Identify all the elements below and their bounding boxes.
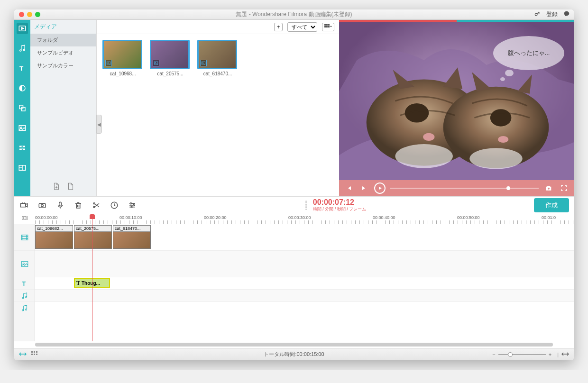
delete-icon[interactable] xyxy=(73,200,83,210)
sidebar-music-icon[interactable] xyxy=(17,43,28,54)
add-media-button[interactable]: + xyxy=(274,23,283,31)
zoom-in-button[interactable]: + xyxy=(549,352,551,357)
svg-rect-63 xyxy=(31,351,33,353)
audio-track-2[interactable] xyxy=(35,302,574,314)
svg-rect-65 xyxy=(36,351,37,353)
svg-point-36 xyxy=(548,188,550,190)
settings-icon[interactable] xyxy=(127,200,138,210)
speed-icon[interactable] xyxy=(109,200,119,210)
sidebar: T xyxy=(14,20,30,196)
media-thumb[interactable]: cat_20575... xyxy=(150,40,191,76)
svg-rect-64 xyxy=(34,351,35,353)
import-file-icon[interactable] xyxy=(52,182,61,192)
fullscreen-icon[interactable] xyxy=(559,183,569,193)
svg-marker-35 xyxy=(379,187,382,190)
grid-view-icon[interactable] xyxy=(31,351,38,358)
zoom-out-button[interactable]: − xyxy=(492,352,495,357)
snapshot-icon[interactable] xyxy=(543,183,554,193)
svg-point-0 xyxy=(535,13,537,16)
svg-text:T: T xyxy=(19,65,24,72)
sidebar-overlays-icon[interactable] xyxy=(17,102,28,114)
svg-rect-38 xyxy=(39,203,46,208)
svg-rect-18 xyxy=(326,26,328,27)
timeline-scrollbar[interactable] xyxy=(35,343,553,347)
svg-rect-51 xyxy=(21,235,28,240)
text-track-icon[interactable]: T xyxy=(14,277,35,290)
drag-handle-icon[interactable] xyxy=(305,201,310,210)
sidebar-media-icon[interactable] xyxy=(17,23,28,34)
time-ruler[interactable]: 00:00:00:0000:00:10:0000:00:20:0000:00:3… xyxy=(35,214,574,224)
next-button[interactable] xyxy=(359,183,369,193)
titlebar: 無題 - Wondershare Filmora 動画編集(未登録) 登録 xyxy=(14,9,574,20)
key-icon[interactable] xyxy=(534,10,541,18)
media-item-sample-video[interactable]: サンプルビデオ xyxy=(30,46,96,59)
svg-rect-40 xyxy=(59,202,62,206)
video-clip[interactable]: cat_20575... xyxy=(74,225,112,249)
image-badge-icon xyxy=(105,60,112,66)
media-item-folder[interactable]: フォルダ xyxy=(30,34,96,46)
timecode-sub: 時間 / 分間 / 秒間 / フレーム xyxy=(313,206,367,212)
view-mode-button[interactable] xyxy=(322,23,334,31)
video-track[interactable]: cat_109682...cat_20575...cat_618470... xyxy=(35,224,574,251)
export-button[interactable]: 作成 xyxy=(534,198,569,212)
ruler-tick: 00:00:40:00 xyxy=(373,215,395,220)
svg-point-49 xyxy=(131,206,132,208)
play-button[interactable] xyxy=(374,182,386,194)
clip-label: cat_109682... xyxy=(36,226,73,232)
total-time-label: トータル時間: xyxy=(264,351,296,357)
preview-panel: 腹へったにゃ... xyxy=(339,20,574,196)
video-clip[interactable]: cat_618470... xyxy=(113,225,151,249)
close-window-icon[interactable] xyxy=(19,12,24,17)
svg-rect-68 xyxy=(36,354,37,355)
import-folder-icon[interactable] xyxy=(66,182,75,192)
zoom-fit-icon[interactable] xyxy=(19,351,27,358)
media-tree: メディア フォルダ サンプルビデオ サンプルカラー xyxy=(30,20,97,196)
collapse-handle-icon[interactable]: ◀ xyxy=(96,115,102,134)
sidebar-splitscreen-icon[interactable] xyxy=(17,162,28,173)
audio-track-1[interactable] xyxy=(35,290,574,302)
svg-rect-37 xyxy=(21,203,26,207)
svg-point-41 xyxy=(93,203,95,204)
add-track-icon[interactable] xyxy=(21,215,28,223)
sidebar-text-icon[interactable]: T xyxy=(17,63,28,74)
filter-dropdown[interactable]: すべて xyxy=(287,22,317,32)
sidebar-transitions-icon[interactable] xyxy=(17,142,28,154)
overlay-track-icon[interactable] xyxy=(14,251,35,277)
minimize-window-icon[interactable] xyxy=(27,12,32,17)
ruler-tick: 00:00:10:00 xyxy=(119,215,142,220)
video-track-icon[interactable] xyxy=(14,224,35,251)
media-item-sample-color[interactable]: サンプルカラー xyxy=(30,59,96,72)
timeline: 00:00:07:12 時間 / 分間 / 秒間 / フレーム 作成 00:00… xyxy=(14,196,574,348)
svg-point-3 xyxy=(20,50,21,51)
sidebar-filters-icon[interactable] xyxy=(17,82,28,94)
svg-point-30 xyxy=(490,109,512,126)
text-track[interactable]: TThoug... xyxy=(35,277,574,290)
sidebar-elements-icon[interactable] xyxy=(17,122,28,134)
prev-button[interactable] xyxy=(344,183,354,193)
audio-track-icon[interactable] xyxy=(14,290,35,302)
statusbar: トータル時間:00:00:15:00 − + | xyxy=(14,348,574,360)
camera-icon[interactable] xyxy=(37,200,47,210)
overlay-track[interactable] xyxy=(35,251,574,277)
voiceover-icon[interactable] xyxy=(55,200,65,210)
record-video-icon[interactable] xyxy=(19,200,29,210)
preview-viewport[interactable]: 腹へったにゃ... xyxy=(339,22,574,180)
svg-marker-2 xyxy=(22,27,24,30)
media-thumb[interactable]: cat_10968... xyxy=(102,40,143,76)
fit-width-icon[interactable] xyxy=(561,352,569,357)
progress-bar[interactable] xyxy=(390,188,539,189)
split-icon[interactable] xyxy=(91,200,101,210)
maximize-window-icon[interactable] xyxy=(35,12,40,17)
audio-track-icon[interactable] xyxy=(14,302,35,314)
playback-controls xyxy=(339,180,574,196)
media-thumb[interactable]: cat_618470... xyxy=(197,40,238,76)
text-icon: T xyxy=(76,280,80,287)
svg-point-4 xyxy=(23,49,25,51)
register-link[interactable]: 登録 xyxy=(546,10,558,18)
playhead[interactable] xyxy=(92,214,92,224)
svg-rect-66 xyxy=(31,354,33,355)
speech-icon[interactable] xyxy=(563,10,570,18)
thumb-label: cat_618470... xyxy=(197,71,238,76)
zoom-slider[interactable] xyxy=(498,354,546,355)
video-clip[interactable]: cat_109682... xyxy=(35,225,73,249)
